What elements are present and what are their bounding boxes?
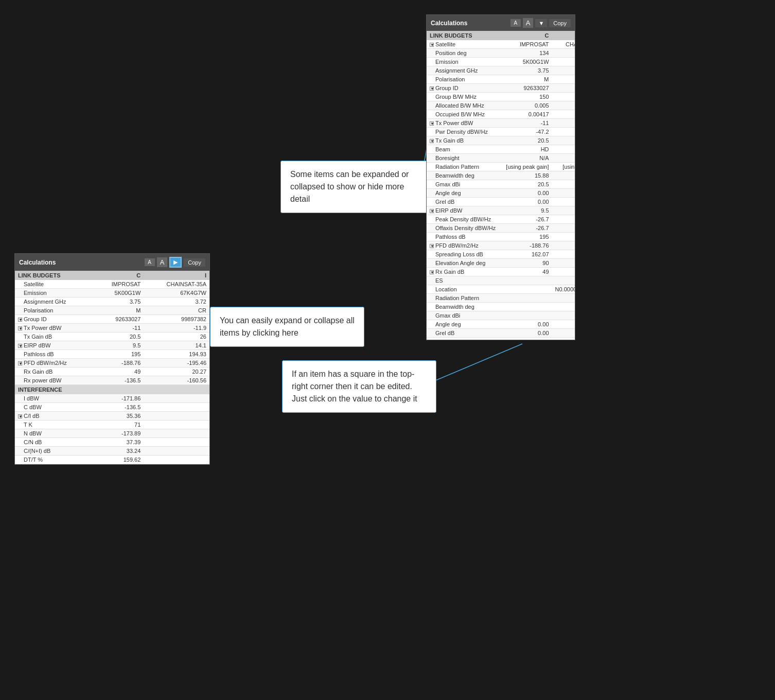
row-value-c[interactable]: 9.5: [503, 206, 552, 215]
row-value-i[interactable]: [144, 447, 209, 456]
row-value-i[interactable]: 0.0674: [552, 101, 575, 110]
row-value-c[interactable]: 49: [503, 268, 552, 276]
row-value-i[interactable]: 14.1: [144, 341, 209, 350]
row-value-i[interactable]: [144, 403, 209, 412]
right-copy-button[interactable]: Copy: [549, 19, 571, 27]
row-value-i[interactable]: -160.56: [552, 338, 575, 340]
row-value-c[interactable]: 195: [93, 350, 144, 359]
row-value-i[interactable]: CHAINSAT-35A: [552, 40, 575, 49]
expand-arrow-icon[interactable]: ▼: [430, 86, 434, 91]
expand-arrow-icon[interactable]: ▼: [18, 326, 22, 330]
row-value-i[interactable]: App 29: [552, 294, 575, 303]
row-value-i[interactable]: 0.00: [552, 198, 575, 206]
row-value-i[interactable]: [using peak gain]: [552, 163, 575, 171]
row-value-i[interactable]: CDN: [552, 145, 575, 154]
row-value-i[interactable]: 194.93: [144, 350, 209, 359]
row-value-c[interactable]: 0.00: [503, 329, 552, 338]
row-value-i[interactable]: [144, 412, 209, 421]
row-value-i[interactable]: 87.05: [552, 259, 575, 268]
expand-arrow-icon[interactable]: ▼: [430, 244, 434, 248]
expand-arrow-icon[interactable]: ▼: [18, 361, 22, 365]
row-value-i[interactable]: 136.5: [552, 49, 575, 58]
row-value-i[interactable]: 3.72: [552, 66, 575, 75]
row-value-i[interactable]: N0.0000 E134.0000: [552, 285, 575, 294]
row-value-c[interactable]: [503, 276, 552, 285]
row-value-c[interactable]: -26.7: [503, 215, 552, 224]
row-value-i[interactable]: N/A: [552, 154, 575, 163]
expand-arrow-icon[interactable]: ▼: [430, 209, 434, 213]
row-value-c[interactable]: -136.5: [503, 338, 552, 340]
row-value-i[interactable]: 0.0562: [552, 110, 575, 119]
left-expand-all-button[interactable]: ▶: [169, 257, 182, 268]
row-value-c[interactable]: 35.36: [93, 412, 144, 421]
row-value-c[interactable]: 90: [503, 259, 552, 268]
row-value-i[interactable]: 67K4G7W: [144, 289, 209, 297]
row-value-i[interactable]: CR: [144, 306, 209, 315]
row-value-c[interactable]: 33.24: [93, 447, 144, 456]
row-value-c[interactable]: [503, 311, 552, 320]
row-value-c[interactable]: 195: [503, 233, 552, 241]
row-value-c[interactable]: -26.7: [503, 224, 552, 233]
row-value-c[interactable]: -11: [93, 324, 144, 332]
expand-arrow-icon[interactable]: ▼: [430, 121, 434, 126]
row-value-c[interactable]: 3.75: [93, 297, 144, 306]
row-value-c[interactable]: 0.00: [503, 189, 552, 198]
row-value-i[interactable]: 3.72: [144, 297, 209, 306]
expand-arrow-icon[interactable]: ▼: [18, 414, 22, 418]
row-value-i[interactable]: -11.9: [552, 119, 575, 128]
row-value-c[interactable]: 20.5: [93, 332, 144, 341]
row-value-c[interactable]: [503, 294, 552, 303]
row-value-c[interactable]: 0.005: [503, 101, 552, 110]
row-value-i[interactable]: 14.1: [552, 206, 575, 215]
row-value-i[interactable]: [144, 394, 209, 403]
row-value-i[interactable]: [144, 429, 209, 438]
row-value-c[interactable]: 20.5: [503, 136, 552, 145]
row-value-i[interactable]: 8.43: [552, 171, 575, 180]
row-value-i[interactable]: -11.9: [144, 324, 209, 332]
row-value-c[interactable]: N/A: [503, 154, 552, 163]
row-value-c[interactable]: [using peak gain]: [503, 163, 552, 171]
row-value-c[interactable]: IMPROSAT: [503, 40, 552, 49]
row-value-c[interactable]: 37.39: [93, 438, 144, 447]
row-value-c[interactable]: -173.89: [93, 429, 144, 438]
row-value-i[interactable]: 20.27: [144, 367, 209, 376]
row-value-c[interactable]: -47.2: [503, 128, 552, 136]
row-value-c[interactable]: 150: [503, 93, 552, 101]
row-value-c[interactable]: 92633027: [93, 315, 144, 324]
row-value-i[interactable]: CHAINSAT-35A: [144, 280, 209, 289]
row-value-i[interactable]: 99897382: [552, 84, 575, 93]
row-value-i[interactable]: -195.46: [552, 241, 575, 250]
expand-arrow-icon[interactable]: ▼: [430, 43, 434, 47]
row-value-c[interactable]: -136.5: [93, 376, 144, 385]
row-value-c[interactable]: HD: [503, 145, 552, 154]
row-value-c[interactable]: -188.76: [503, 241, 552, 250]
row-value-c[interactable]: 15.88: [503, 171, 552, 180]
row-value-i[interactable]: 20.27: [552, 268, 575, 276]
row-value-c[interactable]: 71: [93, 421, 144, 429]
row-value-i[interactable]: [144, 421, 209, 429]
row-value-i[interactable]: -28.73: [552, 329, 575, 338]
row-value-i[interactable]: -195.46: [144, 359, 209, 367]
row-value-i[interactable]: 0.55: [552, 303, 575, 311]
row-value-i[interactable]: [144, 456, 209, 464]
row-value-i[interactable]: 0.45: [552, 189, 575, 198]
row-value-c[interactable]: 3.75: [503, 66, 552, 75]
left-font-smaller-button[interactable]: A: [145, 258, 155, 266]
row-value-i[interactable]: -160.56: [144, 376, 209, 385]
row-value-c[interactable]: -188.76: [93, 359, 144, 367]
row-value-c[interactable]: 5K00G1W: [503, 58, 552, 66]
row-value-c[interactable]: M: [503, 75, 552, 84]
row-value-i[interactable]: CR: [552, 75, 575, 84]
row-value-i[interactable]: 26: [552, 136, 575, 145]
expand-arrow-icon[interactable]: ▼: [430, 139, 434, 143]
expand-arrow-icon[interactable]: ▼: [430, 270, 434, 274]
row-value-i[interactable]: 2.95: [552, 320, 575, 329]
row-value-i[interactable]: -33.39: [552, 215, 575, 224]
row-value-i[interactable]: [144, 438, 209, 447]
row-value-c[interactable]: [503, 285, 552, 294]
row-value-i[interactable]: 26: [144, 332, 209, 341]
row-value-c[interactable]: M: [93, 306, 144, 315]
row-value-c[interactable]: 134: [503, 49, 552, 58]
right-font-smaller-button[interactable]: A: [510, 19, 521, 27]
row-value-i[interactable]: 26: [552, 180, 575, 189]
